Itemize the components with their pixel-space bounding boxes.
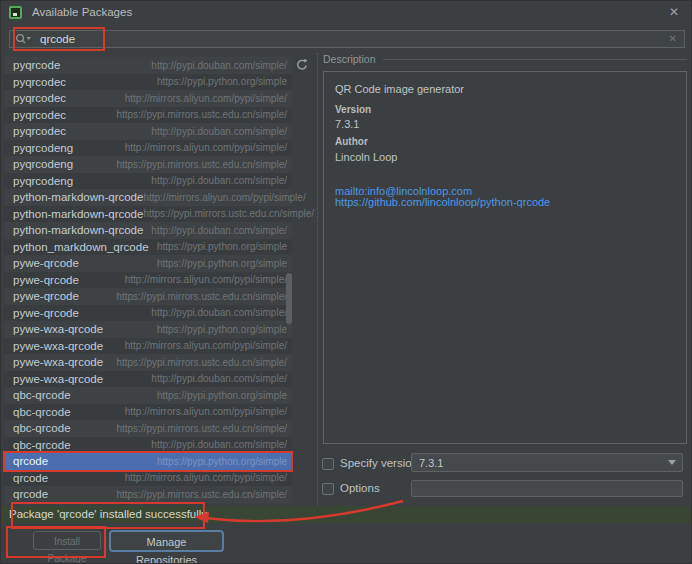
homepage-link[interactable]: https://github.com/lincolnloop/python-qr… xyxy=(335,196,550,208)
version-select[interactable]: 7.3.1 xyxy=(411,453,683,472)
search-input[interactable]: qrcode ✕ xyxy=(9,30,685,48)
package-name: pyqrcode xyxy=(13,59,60,71)
panel-divider[interactable] xyxy=(317,53,318,505)
package-name: qbc-qrcode xyxy=(13,439,71,451)
package-name: pyqrcodec xyxy=(13,109,66,121)
options-checkbox[interactable] xyxy=(322,483,334,495)
package-repo-url: https://pypi.python.org/simple xyxy=(157,390,287,401)
description-rule xyxy=(383,59,687,60)
package-name: python_markdown_qrcode xyxy=(13,241,149,253)
package-name: qrcode xyxy=(13,488,48,500)
package-name: pyqrcodec xyxy=(13,125,66,137)
package-name: pywe-wxa-qrcode xyxy=(13,373,103,385)
package-row[interactable]: pyqrcodec https://pypi.mirrors.ustc.edu.… xyxy=(4,107,292,124)
package-list: pyqrcode http://pypi.douban.com/simple/ … xyxy=(4,57,292,503)
reload-repositories-icon[interactable] xyxy=(295,58,309,72)
package-repo-url: https://pypi.mirrors.ustc.edu.cn/simple/ xyxy=(116,489,287,500)
package-row[interactable]: pywe-wxa-qrcode https://pypi.mirrors.ust… xyxy=(4,354,292,371)
package-row[interactable]: pywe-wxa-qrcode https://pypi.python.org/… xyxy=(4,321,292,338)
package-name: pywe-wxa-qrcode xyxy=(13,356,103,368)
package-row[interactable]: pyqrcodeng https://pypi.mirrors.ustc.edu… xyxy=(4,156,292,173)
package-row[interactable]: python-markdown-qrcode http://pypi.douba… xyxy=(4,222,292,239)
scrollbar-thumb[interactable] xyxy=(286,273,292,324)
specify-version-label: Specify version xyxy=(340,457,418,469)
package-name: pywe-qrcode xyxy=(13,274,79,286)
package-name: pyqrcodeng xyxy=(13,158,73,170)
description-header: Description xyxy=(323,53,376,65)
author-value: Lincoln Loop xyxy=(335,151,397,163)
package-name: qrcode xyxy=(13,455,48,467)
version-select-value: 7.3.1 xyxy=(419,457,443,469)
package-row[interactable]: pywe-qrcode https://pypi.python.org/simp… xyxy=(4,255,292,272)
package-row[interactable]: pyqrcodec https://pypi.python.org/simple xyxy=(4,74,292,91)
package-repo-url: https://pypi.python.org/simple xyxy=(157,258,287,269)
chevron-down-icon xyxy=(668,460,676,465)
package-row[interactable]: pywe-qrcode https://pypi.mirrors.ustc.ed… xyxy=(4,288,292,305)
package-repo-url: http://pypi.douban.com/simple/ xyxy=(151,60,287,71)
clear-search-icon[interactable]: ✕ xyxy=(669,33,677,44)
package-row[interactable]: pyqrcodec http://pypi.douban.com/simple/ xyxy=(4,123,292,140)
package-repo-url: http://mirrors.aliyun.com/pypi/simple/ xyxy=(125,142,287,153)
search-icon[interactable] xyxy=(15,33,32,45)
package-name: qbc-qrcode xyxy=(13,406,71,418)
package-row[interactable]: pywe-qrcode http://pypi.douban.com/simpl… xyxy=(4,305,292,322)
package-name: pyqrcodec xyxy=(13,92,66,104)
package-name: python-markdown-qrcode xyxy=(13,224,143,236)
package-name: python-markdown-qrcode xyxy=(13,191,143,203)
package-row[interactable]: pywe-qrcode http://mirrors.aliyun.com/py… xyxy=(4,272,292,289)
install-package-button[interactable]: Install Package xyxy=(33,531,101,550)
available-packages-dialog: Available Packages ✕ qrcode ✕ pyqrcode h… xyxy=(0,0,692,564)
package-repo-url: http://pypi.douban.com/simple/ xyxy=(151,439,287,450)
package-repo-url: https://pypi.python.org/simple xyxy=(157,324,287,335)
package-repo-url: http://pypi.douban.com/simple/ xyxy=(151,373,287,384)
package-summary: QR Code image generator xyxy=(335,83,464,95)
package-row[interactable]: qrcode http://mirrors.aliyun.com/pypi/si… xyxy=(4,470,292,487)
package-name: pyqrcodeng xyxy=(13,175,73,187)
package-repo-url: https://pypi.mirrors.ustc.edu.cn/simple/ xyxy=(116,109,287,120)
package-name: pywe-qrcode xyxy=(13,307,79,319)
package-name: pywe-wxa-qrcode xyxy=(13,323,103,335)
package-row[interactable]: python-markdown-qrcode http://mirrors.al… xyxy=(4,189,292,206)
package-repo-url: https://pypi.mirrors.ustc.edu.cn/simple/ xyxy=(116,291,287,302)
package-repo-url: http://mirrors.aliyun.com/pypi/simple/ xyxy=(143,192,305,203)
package-repo-url: http://pypi.douban.com/simple/ xyxy=(151,307,287,318)
package-repo-url: http://mirrors.aliyun.com/pypi/simple/ xyxy=(125,93,287,104)
version-value: 7.3.1 xyxy=(335,118,359,130)
package-row[interactable]: pyqrcodec http://mirrors.aliyun.com/pypi… xyxy=(4,90,292,107)
options-label: Options xyxy=(340,482,380,494)
package-name: qbc-qrcode xyxy=(13,389,71,401)
package-row[interactable]: qrcode https://pypi.python.org/simple xyxy=(4,453,292,470)
package-name: pyqrcodec xyxy=(13,76,66,88)
package-repo-url: http://mirrors.aliyun.com/pypi/simple/ xyxy=(125,340,287,351)
package-repo-url: http://mirrors.aliyun.com/pypi/simple/ xyxy=(125,472,287,483)
options-input[interactable] xyxy=(411,480,683,497)
package-repo-url: http://mirrors.aliyun.com/pypi/simple/ xyxy=(125,406,287,417)
package-name: qbc-qrcode xyxy=(13,422,71,434)
manage-repositories-button[interactable]: Manage Repositories xyxy=(109,530,224,552)
package-repo-url: https://pypi.python.org/simple xyxy=(157,241,287,252)
package-row[interactable]: pyqrcodeng http://pypi.douban.com/simple… xyxy=(4,173,292,190)
package-repo-url: https://pypi.mirrors.ustc.edu.cn/simple/ xyxy=(116,423,287,434)
package-row[interactable]: python-markdown-qrcode https://pypi.mirr… xyxy=(4,206,292,223)
package-row[interactable]: qbc-qrcode https://pypi.mirrors.ustc.edu… xyxy=(4,420,292,437)
package-row[interactable]: qbc-qrcode http://pypi.douban.com/simple… xyxy=(4,437,292,454)
package-row[interactable]: pywe-wxa-qrcode http://pypi.douban.com/s… xyxy=(4,371,292,388)
specify-version-checkbox[interactable] xyxy=(322,458,334,470)
title-bar: Available Packages ✕ xyxy=(1,1,691,25)
package-name: qrcode xyxy=(13,472,48,484)
package-row[interactable]: pyqrcodeng http://mirrors.aliyun.com/pyp… xyxy=(4,140,292,157)
package-repo-url: http://mirrors.aliyun.com/pypi/simple/ xyxy=(125,274,287,285)
package-row[interactable]: pyqrcode http://pypi.douban.com/simple/ xyxy=(4,57,292,74)
package-name: pywe-qrcode xyxy=(13,257,79,269)
status-message: Package 'qrcode' installed successfully xyxy=(1,506,692,523)
version-label: Version xyxy=(335,104,371,115)
package-name: python-markdown-qrcode xyxy=(13,208,143,220)
package-row[interactable]: qrcode https://pypi.mirrors.ustc.edu.cn/… xyxy=(4,486,292,503)
package-row[interactable]: qbc-qrcode https://pypi.python.org/simpl… xyxy=(4,387,292,404)
close-icon[interactable]: ✕ xyxy=(669,5,679,19)
description-panel: QR Code image generator Version 7.3.1 Au… xyxy=(323,71,687,444)
package-repo-url: https://pypi.mirrors.ustc.edu.cn/simple/ xyxy=(116,357,287,368)
package-row[interactable]: python_markdown_qrcode https://pypi.pyth… xyxy=(4,239,292,256)
package-row[interactable]: qbc-qrcode http://mirrors.aliyun.com/pyp… xyxy=(4,404,292,421)
package-row[interactable]: pywe-wxa-qrcode http://mirrors.aliyun.co… xyxy=(4,338,292,355)
